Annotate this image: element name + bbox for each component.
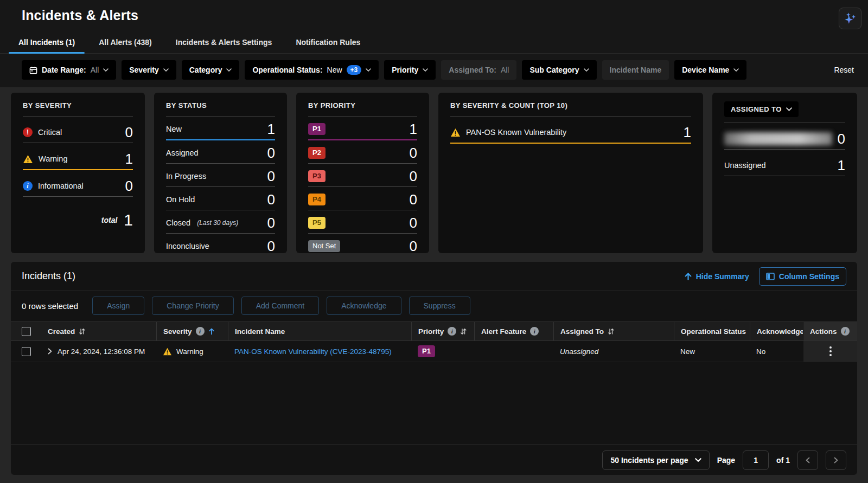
row-actions-kebab-icon[interactable] [825, 344, 836, 358]
warning-icon [450, 128, 461, 137]
assigned-to-card: ASSIGNED TO 0 Unassigned 1 [712, 93, 857, 253]
incidents-table-header: Created Severity Incident Name Priority … [11, 321, 857, 341]
expand-row-chevron-icon[interactable] [48, 348, 52, 355]
status-row-in-progress[interactable]: In Progress 0 [166, 164, 275, 187]
tab-all-incidents[interactable]: All Incidents (1) [9, 38, 85, 53]
operational-status-filter[interactable]: Operational Status: New +3 [245, 60, 379, 80]
acknowledged-cell: No [750, 341, 803, 362]
p1-badge: P1 [418, 345, 435, 357]
incidents-panel-title: Incidents (1) [22, 271, 75, 282]
operational-status-more-badge: +3 [347, 65, 362, 75]
chevron-down-icon [163, 68, 169, 72]
priority-row-p1[interactable]: P1 1 [308, 117, 417, 140]
priority-row-p5[interactable]: P5 0 [308, 210, 417, 234]
page-number-input[interactable] [743, 450, 769, 470]
acknowledge-button[interactable]: Acknowledge [327, 297, 401, 315]
assigned-to-filter-label: Assigned To: [449, 66, 496, 74]
severity-count-row-panos[interactable]: PAN-OS Known Vulnerability 1 [450, 117, 691, 144]
by-priority-card: BY PRIORITY P1 1 P2 0 P3 0 P4 0 P5 0 [296, 93, 429, 253]
priority-row-not-set[interactable]: Not Set 0 [308, 234, 417, 253]
add-comment-button[interactable]: Add Comment [241, 297, 319, 315]
actions-cell [803, 341, 857, 362]
sub-category-filter[interactable]: Sub Category [522, 60, 596, 80]
column-header-acknowledged[interactable]: Acknowledged [750, 322, 803, 340]
column-header-severity[interactable]: Severity [156, 322, 228, 340]
device-name-filter[interactable]: Device Name [674, 60, 746, 80]
per-page-dropdown[interactable]: 50 Incidents per page [602, 450, 709, 470]
by-status-title: BY STATUS [166, 101, 275, 117]
assign-button[interactable]: Assign [92, 297, 144, 315]
severity-filter[interactable]: Severity [122, 60, 176, 80]
assigned-to-row-unassigned[interactable]: Unassigned 1 [724, 150, 845, 176]
info-icon [841, 327, 850, 336]
sort-icon [608, 328, 614, 335]
page-title: Incidents & Alerts [22, 8, 138, 23]
chevron-down-icon [103, 68, 108, 72]
status-row-new[interactable]: New 1 [166, 117, 275, 140]
status-row-closed[interactable]: Closed (Last 30 days) 0 [166, 210, 275, 234]
column-header-operational-status[interactable]: Operational Status [674, 322, 750, 340]
ai-assistant-button[interactable] [839, 8, 861, 29]
assigned-to-dropdown[interactable]: ASSIGNED TO [724, 101, 799, 117]
hide-summary-button[interactable]: Hide Summary [685, 272, 749, 281]
warning-icon [23, 154, 33, 164]
chevron-down-icon [695, 458, 701, 462]
priority-row-p2[interactable]: P2 0 [308, 140, 417, 164]
operational-status-label: Operational Status: [252, 66, 322, 74]
next-page-button[interactable] [826, 450, 846, 470]
page-label: Page [717, 456, 735, 465]
priority-cell: P1 [411, 341, 474, 362]
tab-incidents-alerts-settings[interactable]: Incidents & Alerts Settings [166, 38, 282, 53]
info-icon [448, 327, 456, 336]
category-filter[interactable]: Category [182, 60, 240, 80]
column-header-alert-feature[interactable]: Alert Feature [474, 322, 553, 340]
previous-page-button[interactable] [797, 450, 818, 470]
p3-badge: P3 [308, 170, 326, 182]
tab-all-alerts[interactable]: All Alerts (438) [89, 38, 162, 53]
by-priority-title: BY PRIORITY [308, 101, 417, 117]
category-filter-label: Category [189, 66, 222, 74]
sort-icon [79, 328, 85, 335]
priority-row-p3[interactable]: P3 0 [308, 164, 417, 187]
chevron-down-icon [423, 68, 428, 72]
tab-notification-rules[interactable]: Notification Rules [286, 38, 370, 53]
status-row-assigned[interactable]: Assigned 0 [166, 140, 275, 164]
chevron-right-icon [834, 457, 838, 463]
chevron-down-icon [584, 68, 589, 72]
assigned-to-row-user[interactable]: 0 [724, 123, 845, 150]
by-severity-and-count-card: BY SEVERITY & COUNT (TOP 10) PAN-OS Know… [438, 93, 703, 253]
row-checkbox[interactable] [22, 347, 31, 356]
severity-row-warning[interactable]: Warning 1 [23, 143, 133, 170]
by-severity-and-count-title: BY SEVERITY & COUNT (TOP 10) [450, 101, 691, 117]
incidents-panel: Incidents (1) Hide Summary Column Settin… [11, 262, 857, 475]
summary-cards: BY SEVERITY ! Critical 0 Warning 1 i Inf… [0, 87, 868, 253]
priority-filter-label: Priority [392, 66, 418, 74]
column-header-actions[interactable]: Actions [803, 322, 857, 340]
bulk-action-bar: 0 rows selected Assign Change Priority A… [11, 291, 857, 321]
sparkles-icon [843, 11, 857, 25]
column-header-priority[interactable]: Priority [411, 322, 474, 340]
arrow-up-icon [685, 273, 692, 280]
chevron-down-icon [226, 68, 232, 72]
date-range-filter[interactable]: Date Range: All [22, 60, 116, 80]
severity-row-informational[interactable]: i Informational 0 [23, 170, 133, 197]
severity-row-critical[interactable]: ! Critical 0 [23, 117, 133, 143]
change-priority-button[interactable]: Change Priority [152, 297, 234, 315]
incidents-alerts-app: Incidents & Alerts All Incidents (1) All… [0, 0, 868, 483]
column-settings-button[interactable]: Column Settings [759, 267, 846, 286]
top-band: Incidents & Alerts All Incidents (1) All… [0, 0, 868, 87]
column-header-created[interactable]: Created [41, 322, 156, 340]
chevron-down-icon [366, 68, 371, 72]
p5-badge: P5 [308, 217, 326, 229]
reset-filters-link[interactable]: Reset [834, 66, 854, 74]
select-all-checkbox[interactable] [22, 327, 31, 336]
status-row-on-hold[interactable]: On Hold 0 [166, 187, 275, 210]
priority-filter[interactable]: Priority [384, 60, 436, 80]
column-header-assigned-to[interactable]: Assigned To [553, 322, 674, 340]
suppress-button[interactable]: Suppress [409, 297, 470, 315]
column-header-incident-name[interactable]: Incident Name [228, 322, 411, 340]
incident-name-link[interactable]: PAN-OS Known Vulnerability (CVE-2023-487… [234, 347, 392, 356]
status-row-inconclusive[interactable]: Inconclusive 0 [166, 234, 275, 253]
date-range-label: Date Range: [42, 66, 86, 74]
priority-row-p4[interactable]: P4 0 [308, 187, 417, 210]
